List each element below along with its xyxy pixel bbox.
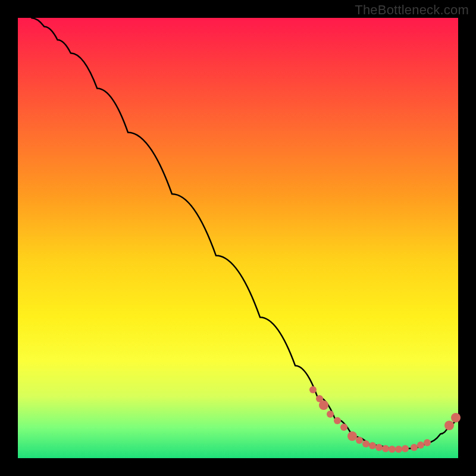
highlight-dot (340, 424, 347, 431)
highlight-dot (444, 421, 454, 430)
highlight-dot (451, 413, 461, 422)
chart-plot-area (18, 18, 458, 458)
highlight-dot (334, 417, 341, 424)
highlight-dot (356, 437, 363, 444)
highlight-dot (369, 442, 376, 449)
highlight-dot (375, 444, 383, 451)
watermark-text: TheBottleneck.com (355, 2, 469, 18)
bottleneck-curve (18, 18, 458, 458)
highlight-dot (362, 440, 369, 447)
highlight-dot (309, 386, 317, 393)
